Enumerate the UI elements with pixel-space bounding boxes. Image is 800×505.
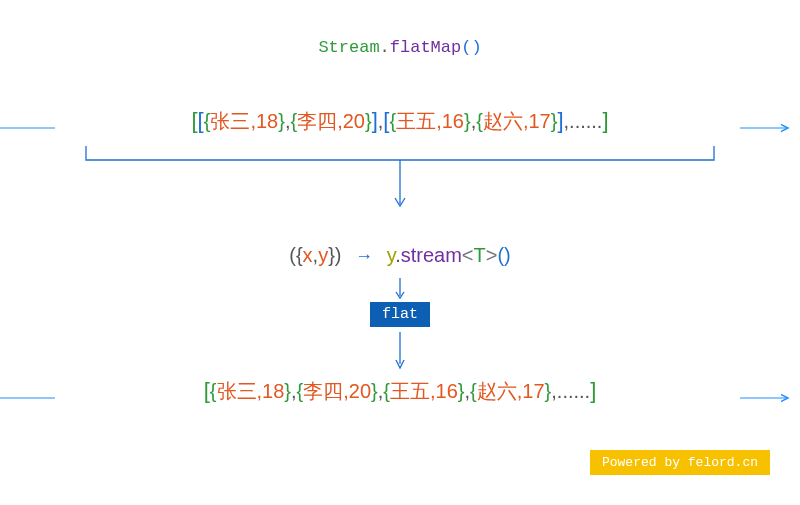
input-row: [[{张三,18},{李四,20}],[{王五,16},{赵六,17}],...… bbox=[0, 108, 800, 135]
input-expression: [[{张三,18},{李四,20}],[{王五,16},{赵六,17}],...… bbox=[191, 108, 608, 135]
flow-arrow-out-right-2 bbox=[740, 391, 800, 392]
title-class: Stream bbox=[318, 38, 379, 57]
watermark: Powered by felord.cn bbox=[590, 450, 770, 475]
title-dot: . bbox=[380, 38, 390, 57]
lambda-expression: ({x,y}) → y.stream<T>() bbox=[0, 244, 800, 267]
title: Stream.flatMap() bbox=[0, 38, 800, 57]
bracket-connector bbox=[80, 146, 720, 216]
flow-arrow-out-right-1 bbox=[740, 121, 800, 122]
flat-badge: flat bbox=[370, 302, 430, 327]
title-call: () bbox=[461, 38, 481, 57]
flow-arrow-in-left bbox=[0, 121, 60, 122]
arrow-down-icon bbox=[393, 332, 407, 377]
output-row: [{张三,18},{李四,20},{王五,16},{赵六,17},......] bbox=[0, 378, 800, 405]
output-expression: [{张三,18},{李四,20},{王五,16},{赵六,17},......] bbox=[204, 378, 597, 405]
title-method: flatMap bbox=[390, 38, 461, 57]
flow-arrow-in-left-2 bbox=[0, 391, 60, 392]
arrow-right-icon: → bbox=[355, 246, 373, 266]
